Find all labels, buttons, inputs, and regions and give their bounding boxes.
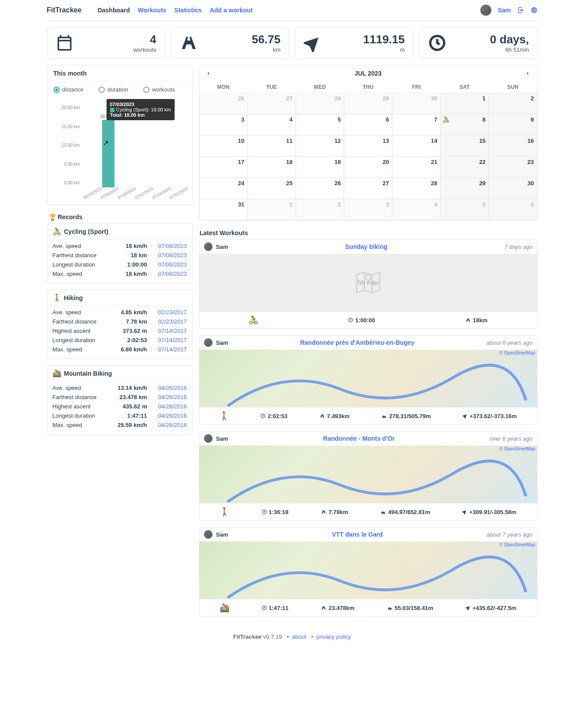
avatar[interactable] [204, 242, 213, 251]
workout-title[interactable]: VTT dans le Gard [232, 531, 483, 538]
workout-map[interactable]: © OpenStreetMap [199, 541, 537, 599]
cal-cell[interactable]: 30 [489, 178, 537, 199]
cal-cell[interactable]: 20 [344, 156, 392, 178]
cal-cell[interactable]: 6 [344, 114, 392, 135]
workout-footer: 🚴 1:00:00 18km [199, 311, 537, 328]
cal-prev[interactable] [206, 71, 211, 76]
workout-card[interactable]: SamSunday biking7 days agoNo map🚴 1:00:0… [199, 239, 538, 329]
avatar[interactable] [204, 338, 213, 347]
osm-credit[interactable]: © OpenStreetMap [500, 446, 535, 451]
cal-cell[interactable]: 8🚴 [440, 114, 489, 135]
cal-cell[interactable]: 11 [248, 135, 296, 156]
cal-cell[interactable]: 28 [296, 93, 344, 114]
osm-credit[interactable]: © OpenStreetMap [500, 542, 535, 547]
cal-cell[interactable]: 1 [440, 93, 489, 114]
logout-icon[interactable] [517, 7, 524, 14]
cal-cell[interactable]: 26 [296, 178, 344, 199]
cal-cell[interactable]: 18 [248, 156, 296, 178]
record-cyclingsport: 🚴Cycling (Sport)Ave. speed18 km/h07/08/2… [47, 223, 193, 283]
cal-cell[interactable]: 16 [489, 135, 537, 156]
cal-cell[interactable]: 1 [248, 199, 296, 220]
chart-tooltip: 07/03/2023Cycling (Sport): 18.00 kmTotal… [107, 99, 175, 120]
record-row: Highest ascent435.62 m04/26/2016 [53, 402, 187, 411]
nav-workouts[interactable]: Workouts [138, 7, 166, 14]
cal-cell[interactable]: 17 [199, 156, 248, 178]
cal-cell[interactable]: 5 [296, 114, 344, 135]
cal-title: JUL 2023 [355, 70, 382, 77]
footer-privacy[interactable]: privacy policy [317, 633, 351, 640]
radio-workouts[interactable]: workouts [143, 86, 175, 93]
workout-footer: 🚶 2:02:53 7.493km 278.31/505.79m +373.62… [199, 407, 537, 424]
radio-dot-icon [53, 87, 60, 93]
cal-cell[interactable]: 23 [489, 156, 537, 178]
radio-distance[interactable]: distance [53, 86, 84, 93]
cal-next[interactable] [525, 71, 531, 76]
cal-cell[interactable]: 19 [296, 156, 344, 178]
month-card: This month distancedurationworkouts 0.00… [47, 65, 193, 205]
cal-cell[interactable]: 22 [440, 156, 489, 178]
language-icon[interactable] [531, 7, 538, 14]
nav-statistics[interactable]: Statistics [174, 7, 202, 14]
cal-cell[interactable]: 27 [248, 93, 296, 114]
record-mountainbiking: 🚵Mountain BikingAve. speed13.14 km/h04/2… [47, 365, 193, 435]
cal-cell[interactable]: 7 [392, 114, 440, 135]
workout-title[interactable]: Sunday biking [232, 243, 501, 250]
workout-title[interactable]: Randonnée - Monts d'Or [232, 435, 486, 442]
workout-map[interactable]: © OpenStreetMap [199, 350, 537, 407]
cal-cell[interactable]: 28 [392, 178, 440, 199]
brand[interactable]: FitTrackee [47, 6, 82, 14]
footer-about[interactable]: about [292, 633, 307, 640]
cal-cell[interactable]: 6 [489, 199, 537, 220]
cal-cell[interactable]: 29 [344, 93, 392, 114]
record-row: Ave. speed18 km/h07/08/2023 [53, 241, 187, 251]
record-row: Highest ascent373.62 m07/14/2017 [53, 326, 187, 335]
cal-cell[interactable]: 4 [392, 199, 440, 220]
cal-cell[interactable]: 2 [296, 199, 344, 220]
stat-hmin: 0 days,6h 51min [420, 27, 538, 59]
workout-footer: 🚵 1:47:11 23.478km 55.03/158.41m +435.62… [199, 599, 537, 616]
workout-card[interactable]: SamVTT dans le Gardabout 7 years ago© Op… [199, 527, 538, 617]
cal-cell[interactable]: 3 [199, 114, 248, 135]
radio-duration[interactable]: duration [99, 86, 128, 93]
month-chart: 0.00 km5.00 km10.00 km15.00 km20.00 km18… [53, 99, 186, 201]
cal-cell[interactable]: 21 [392, 156, 440, 178]
cal-cell[interactable]: 10 [199, 135, 248, 156]
avatar[interactable] [204, 530, 213, 539]
cal-cell[interactable]: 25 [248, 178, 296, 199]
sport-icon: 🚶 [219, 411, 229, 421]
workout-card[interactable]: SamRandonnée - Monts d'Orover 6 years ag… [199, 431, 538, 521]
records: 🚴Cycling (Sport)Ave. speed18 km/h07/08/2… [47, 223, 193, 435]
latest-workouts: SamSunday biking7 days agoNo map🚴 1:00:0… [199, 239, 538, 617]
cal-cell[interactable]: 9 [489, 114, 537, 135]
cal-dayhead: SAT [440, 81, 489, 93]
cal-cell[interactable]: 14 [392, 135, 440, 156]
bike-icon: 🚴 [443, 116, 450, 123]
workout-nomap: No map [199, 254, 537, 311]
cal-cell[interactable]: 31 [199, 199, 248, 220]
cal-cell[interactable]: 12 [296, 135, 344, 156]
workout-title[interactable]: Randonnée près d'Ambérieu-en-Bugey [232, 339, 483, 346]
nav-dashboard[interactable]: Dashboard [98, 7, 130, 14]
avatar[interactable] [480, 4, 492, 16]
cal-cell[interactable]: 26 [199, 93, 248, 114]
osm-credit[interactable]: © OpenStreetMap [500, 351, 535, 355]
cal-cell[interactable]: 24 [199, 178, 248, 199]
workout-card[interactable]: SamRandonnée près d'Ambérieu-en-Bugeyabo… [199, 335, 538, 425]
cal-cell[interactable]: 4 [248, 114, 296, 135]
avatar[interactable] [204, 434, 213, 443]
cal-cell[interactable]: 13 [344, 135, 392, 156]
bike-icon: 🚴 [53, 227, 61, 236]
cal-cell[interactable]: 29 [440, 178, 489, 199]
record-row: Farthest distance7.78 km02/23/2017 [53, 317, 187, 326]
cal-cell[interactable]: 5 [440, 199, 489, 220]
workout-map[interactable]: © OpenStreetMap [199, 446, 537, 503]
user-link[interactable]: Sam [498, 7, 511, 14]
chart-bar[interactable] [102, 120, 115, 187]
cal-cell[interactable]: 2 [489, 93, 537, 114]
cal-cell[interactable]: 15 [440, 135, 489, 156]
nav-add-a-workout[interactable]: Add a workout [210, 7, 252, 14]
cal-dayhead: SUN [489, 81, 537, 93]
cal-cell[interactable]: 3 [344, 199, 392, 220]
cal-cell[interactable]: 27 [344, 178, 392, 199]
cal-cell[interactable]: 30 [392, 93, 440, 114]
